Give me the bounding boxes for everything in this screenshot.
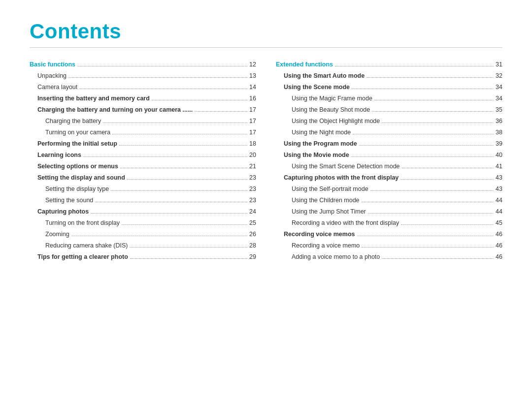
entry-dots	[401, 224, 494, 225]
entry-dots	[372, 111, 494, 112]
entry-label: Setting the display and sound	[37, 173, 125, 183]
entry-page: 17	[249, 105, 256, 115]
entry-label: Using the Scene mode	[284, 82, 350, 92]
entry-page: 17	[249, 116, 256, 126]
entry-label: Inserting the battery and memory card	[37, 93, 150, 103]
toc-entry: Performing the initial setup18	[37, 139, 256, 149]
entry-dots	[120, 168, 247, 168]
toc-entry: Using the Object Highlight mode36	[292, 116, 502, 126]
entry-dots	[79, 89, 247, 89]
entry-page: 28	[249, 241, 256, 250]
entry-label: Recording a video with the front display	[292, 218, 399, 228]
entry-page: 26	[249, 229, 256, 239]
toc-entry: Turning on your camera17	[45, 127, 256, 137]
entry-page: 23	[249, 184, 256, 194]
entry-dots	[370, 190, 494, 191]
entry-label: Learning icons	[37, 150, 81, 160]
entry-page: 46	[496, 229, 502, 239]
entry-dots	[95, 202, 247, 202]
entry-dots	[130, 258, 247, 259]
page-title: Contents	[30, 20, 502, 43]
entry-page: 44	[496, 195, 502, 205]
entry-page: 23	[249, 195, 256, 205]
entry-dots	[91, 213, 247, 214]
toc-entry: Using the Program mode39	[284, 139, 502, 149]
entry-label: Setting the sound	[45, 195, 93, 205]
entry-page: 24	[249, 207, 256, 216]
entry-label: Using the Night mode	[292, 127, 351, 137]
toc-entry: Setting the sound23	[45, 195, 256, 205]
toc-entry: Using the Children mode44	[292, 195, 502, 205]
entry-dots	[68, 77, 247, 78]
entry-dots	[152, 100, 247, 100]
entry-dots	[402, 168, 494, 168]
entry-page: 32	[496, 71, 502, 81]
entry-dots	[353, 134, 494, 134]
toc-entry: Capturing photos24	[37, 207, 256, 216]
header-dots	[77, 66, 247, 66]
entry-dots	[351, 156, 494, 157]
entry-label: Unpacking	[37, 71, 66, 81]
toc-entry: Zooming26	[45, 229, 256, 239]
entry-page: 14	[249, 82, 256, 92]
entry-dots	[195, 111, 247, 112]
entry-dots	[374, 100, 494, 100]
entry-label: Zooming	[45, 229, 69, 239]
toc-entry: Learning icons20	[37, 150, 256, 160]
entry-label: Reducing camera shake (DIS)	[45, 241, 128, 250]
entry-page: 18	[249, 139, 256, 149]
toc-entry: Charging the battery17	[45, 116, 256, 126]
section-page: 12	[249, 60, 256, 69]
entry-label: Charging the battery and turning on your…	[37, 105, 193, 115]
entry-dots	[127, 179, 247, 180]
toc-entry: Using the Smart Auto mode32	[284, 71, 502, 81]
toc-entry: Using the Beauty Shot mode35	[292, 105, 502, 115]
entry-label: Recording a voice memo	[292, 241, 360, 250]
entry-label: Capturing photos	[37, 207, 89, 216]
entry-dots	[352, 89, 494, 89]
entry-dots	[362, 247, 494, 247]
entry-page: 21	[249, 161, 256, 171]
entry-label: Using the Program mode	[284, 139, 357, 149]
toc-entry: Using the Movie mode40	[284, 150, 502, 160]
entry-label: Using the Smart Scene Detection mode	[292, 161, 400, 171]
toc-entry: Unpacking13	[37, 71, 256, 81]
entry-dots	[366, 77, 494, 78]
section-page: 31	[496, 60, 502, 69]
toc-entry: Recording a voice memo46	[292, 241, 502, 250]
entry-label: Charging the battery	[45, 116, 101, 126]
entry-page: 36	[496, 116, 502, 126]
left-column: Basic functions12Unpacking13Camera layou…	[30, 60, 256, 263]
entry-dots	[357, 236, 494, 236]
entry-label: Recording voice memos	[284, 229, 355, 239]
entry-page: 34	[496, 93, 502, 103]
entry-dots	[130, 247, 247, 247]
entry-dots	[359, 145, 494, 146]
entry-dots	[111, 190, 247, 191]
entry-label: Tips for getting a clearer photo	[37, 252, 128, 262]
entry-dots	[382, 123, 494, 123]
entry-page: 46	[496, 252, 502, 262]
section-header-label: Extended functions	[276, 60, 333, 69]
entry-label: Using the Smart Auto mode	[284, 71, 365, 81]
entry-dots	[400, 179, 494, 180]
toc-entry: Recording a video with the front display…	[292, 218, 502, 228]
section-header-label: Basic functions	[30, 60, 75, 69]
entry-label: Setting the display type	[45, 184, 109, 194]
toc-entry: Using the Jump Shot Timer44	[292, 207, 502, 216]
section-header-row: Extended functions31	[276, 60, 502, 69]
toc-entry: Setting the display and sound23	[37, 173, 256, 183]
entry-page: 34	[496, 82, 502, 92]
entry-page: 39	[496, 139, 502, 149]
entry-dots	[83, 156, 247, 157]
entry-dots	[112, 134, 247, 134]
entry-page: 20	[249, 150, 256, 160]
entry-page: 43	[496, 173, 502, 183]
toc-entry: Recording voice memos46	[284, 229, 502, 239]
toc-entry: Reducing camera shake (DIS)28	[45, 241, 256, 250]
toc-entry: Turning on the front display25	[45, 218, 256, 228]
entry-page: 35	[496, 105, 502, 115]
entry-page: 46	[496, 241, 502, 250]
entry-label: Using the Jump Shot Timer	[292, 207, 366, 216]
toc-entry: Camera layout14	[37, 82, 256, 92]
